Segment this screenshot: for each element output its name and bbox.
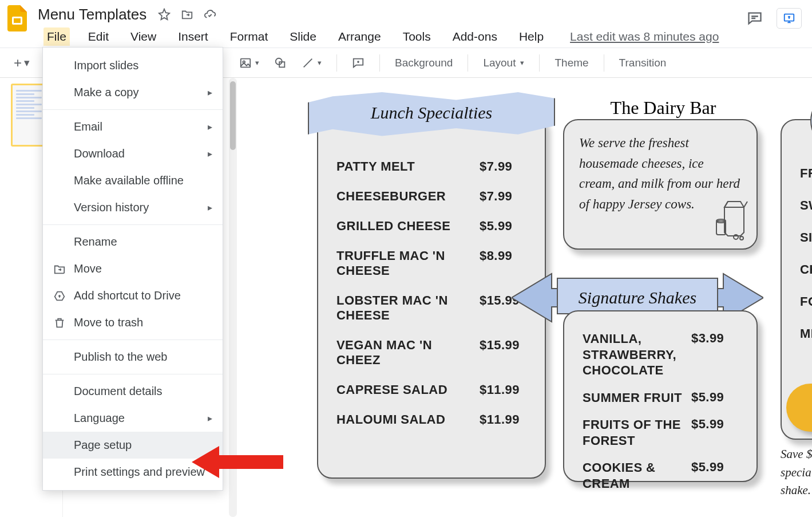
drive-shortcut-icon [53,290,66,302]
dairy-title: The Dairy Bar [575,97,752,119]
list-item: SUMMER FRUIT$5.99 [583,390,738,406]
separator [468,54,468,72]
menubar: File Edit View Insert Format Slide Arran… [0,25,812,48]
label: Version history [74,201,149,214]
new-slide-button[interactable]: + ▾ [9,54,34,72]
insert-comment-button[interactable] [347,54,369,72]
combo-l1: MAKE [806,393,812,408]
layout-button[interactable]: Layout▾ [478,54,529,72]
list-item: COOKIES & CREAM$5.99 [583,460,738,491]
menu-format[interactable]: Format [227,27,272,46]
slides-logo-icon[interactable] [5,2,30,35]
label: Import slides [74,59,138,72]
label: Add shortcut to Drive [74,289,181,302]
list-item: FRUITS OF THE FOREST$5.99 [583,417,738,448]
menu-tools[interactable]: Tools [399,27,434,46]
chevron-down-icon: ▾ [255,58,259,67]
shakes-title: Signature Shakes [579,288,696,307]
file-download[interactable]: Download [43,140,223,167]
lunch-banner: Lunch Specialties [308,87,555,139]
label: Document details [74,385,163,398]
list-item: CHEESEBURGER$7.99 [336,189,526,204]
dairy-card[interactable]: We serve the freshest housemade cheeses,… [563,119,758,250]
insert-image-button[interactable]: ▾ [235,54,264,72]
list-item: SWEET POT [800,198,812,213]
combo-l2: COM [806,408,812,423]
theme-button[interactable]: Theme [550,54,593,72]
file-rename[interactable]: Rename [43,228,223,255]
menu-help[interactable]: Help [516,27,547,46]
list-item: FONDUE [800,294,812,309]
file-email[interactable]: Email [43,113,223,140]
list-item: CHEESE CU [800,262,812,277]
menu-arrange[interactable]: Arrange [335,27,385,46]
last-edit-link[interactable]: Last edit was 8 minutes ago [570,30,719,44]
file-make-offline[interactable]: Make available offline [43,167,223,194]
label: Email [74,120,102,133]
background-button[interactable]: Background [390,54,457,72]
separator [43,109,223,110]
label: Move [74,262,102,275]
list-item: VEGAN MAC 'N CHEEZ$15.99 [336,338,526,368]
label: Language [74,412,125,425]
comments-icon[interactable] [747,10,763,26]
transition-button[interactable]: Transition [615,54,671,72]
file-import-slides[interactable]: Import slides [43,52,223,79]
list-item: FRIES [800,166,812,181]
layout-label: Layout [483,57,516,69]
file-menu-dropdown: Import slides Make a copy Email Download… [42,47,223,491]
file-move[interactable]: Move [43,255,223,282]
insert-shape-button[interactable] [270,54,291,72]
list-item: CAPRESE SALAD$11.99 [336,382,526,397]
svg-rect-1 [14,18,21,23]
file-make-a-copy[interactable]: Make a copy [43,79,223,106]
star-icon[interactable] [158,8,171,21]
annotation-arrow-icon [192,444,283,483]
move-folder-icon[interactable] [181,8,193,21]
label: Print settings and preview [74,465,205,479]
file-version-history[interactable]: Version history [43,194,223,221]
separator [604,54,604,72]
separator [336,54,337,72]
plus-icon: + [14,56,22,70]
list-item: MILK & CO [800,326,812,341]
separator [43,340,223,340]
label: Download [74,147,125,160]
file-document-details[interactable]: Document details [43,378,223,405]
menu-edit[interactable]: Edit [85,27,112,46]
cloud-saved-icon[interactable] [204,8,216,21]
label: Make available offline [74,174,184,187]
list-item: SIDE SALA [800,230,812,245]
label: Publish to the web [74,350,167,364]
shakes-card[interactable]: VANILLA, STRAWBERRY, CHOCOLATE$3.99SUMME… [563,310,758,482]
menu-insert[interactable]: Insert [175,27,212,46]
doc-title[interactable]: Menu Templates [38,6,146,23]
separator [379,54,380,72]
menu-file[interactable]: File [43,27,70,46]
label: Page setup [74,439,132,452]
file-language[interactable]: Language [43,405,223,432]
menu-slide[interactable]: Slide [286,27,320,46]
separator [43,224,223,225]
chevron-down-icon: ▾ [24,56,30,69]
file-add-shortcut[interactable]: Add shortcut to Drive [43,282,223,309]
list-item: TRUFFLE MAC 'N CHEESE$8.99 [336,248,526,278]
svg-rect-3 [241,58,251,67]
file-move-to-trash[interactable]: Move to trash [43,309,223,336]
file-publish-web[interactable]: Publish to the web [43,344,223,370]
app-header: Menu Templates [0,0,812,25]
label: Rename [74,235,117,248]
snacks-list: FRIESSWEET POTSIDE SALACHEESE CUFONDUEMI… [800,166,812,341]
menu-addons[interactable]: Add-ons [449,27,501,46]
milk-carton-icon [713,198,748,243]
shakes-list: VANILLA, STRAWBERRY, CHOCOLATE$3.99SUMME… [583,331,738,491]
label: Move to trash [74,316,143,329]
menu-view[interactable]: View [127,27,160,46]
chevron-down-icon: ▾ [318,58,322,67]
svg-point-10 [740,236,743,240]
list-item: LOBSTER MAC 'N CHEESE$15.99 [336,293,526,323]
move-icon [53,263,66,275]
insert-line-button[interactable]: ▾ [297,54,326,72]
present-button[interactable] [777,8,802,29]
list-item: GRILLED CHEESE$5.99 [336,219,526,234]
